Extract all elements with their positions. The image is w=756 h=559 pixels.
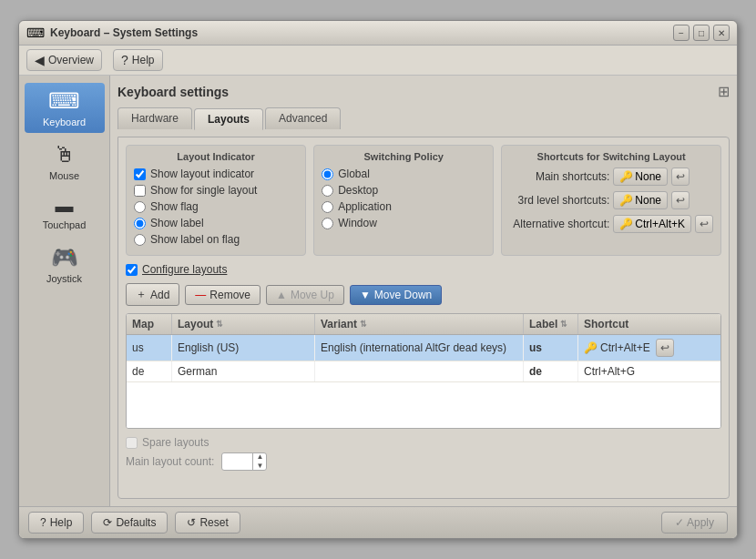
back-icon: ◀ (35, 53, 45, 67)
alt-shortcut-row: Alternative shortcut: 🔑 Ctrl+Alt+K ↩ (509, 215, 713, 233)
remove-button[interactable]: — Remove (185, 285, 261, 305)
row1-shortcut-clear[interactable]: ↩ (656, 339, 674, 357)
policy-desktop-item: Desktop (322, 184, 485, 197)
main-shortcut-btn[interactable]: 🔑 None (613, 168, 668, 186)
move-down-button[interactable]: ▼ Move Down (350, 285, 442, 305)
title-bar: ⌨ Keyboard – System Settings − □ ✕ (19, 21, 737, 46)
overview-button[interactable]: ◀ Overview (26, 49, 102, 71)
sidebar: ⌨ Keyboard 🖱 Mouse ▬ Touchpad 🎮 Joystick (19, 76, 110, 506)
plus-icon: ＋ (136, 287, 147, 302)
policy-global-item: Global (322, 168, 485, 180)
apply-button[interactable]: ✓ Apply (661, 512, 728, 534)
tab-hardware[interactable]: Hardware (117, 107, 192, 129)
table-row[interactable]: de German de Ctrl+Alt+G (127, 361, 720, 382)
shortcuts-box: Shortcuts for Switching Layout Main shor… (501, 145, 721, 256)
reset-icon: ↺ (187, 516, 196, 529)
show-label-on-flag-item: Show label on flag (134, 233, 298, 246)
help-toolbar-button[interactable]: ? Help (113, 49, 162, 71)
row2-shortcut: Ctrl+Alt+G (578, 361, 720, 381)
row2-map: de (127, 361, 172, 381)
layout-indicator-title: Layout Indicator (134, 151, 298, 162)
main-shortcut-clear[interactable]: ↩ (671, 168, 690, 186)
layout-toolbar: ＋ Add — Remove ▲ Move Up ▼ Move Down (126, 283, 721, 306)
header-shortcut: Shortcut (578, 314, 720, 334)
sidebar-item-joystick[interactable]: 🎮 Joystick (25, 239, 105, 290)
policy-window-radio[interactable] (322, 218, 333, 229)
table-row[interactable]: us English (US) English (international A… (127, 335, 720, 361)
header-label[interactable]: Label ⇅ (524, 314, 578, 334)
window-title: Keyboard – System Settings (50, 26, 198, 39)
close-button[interactable]: ✕ (713, 25, 730, 41)
policy-application-item: Application (322, 200, 485, 213)
add-button[interactable]: ＋ Add (126, 283, 179, 306)
alt-shortcut-clear[interactable]: ↩ (695, 215, 713, 233)
row1-variant: English (international AltGr dead keys) (315, 335, 524, 361)
move-up-button[interactable]: ▲ Move Up (266, 285, 344, 305)
main-layout-count-row: Main layout count: ▲ ▼ (126, 452, 721, 471)
up-icon: ▲ (276, 289, 287, 301)
toolbar: ◀ Overview ? Help (19, 46, 737, 76)
tab-layouts[interactable]: Layouts (194, 108, 263, 130)
settings-panel: Keyboard settings ⊞ Hardware Layouts Adv… (110, 76, 737, 506)
tab-advanced[interactable]: Advanced (265, 107, 341, 129)
mouse-icon: 🖱 (54, 142, 76, 168)
spare-layouts-check[interactable] (126, 437, 138, 449)
sidebar-item-touchpad[interactable]: ▬ Touchpad (25, 190, 105, 236)
panel-title: Keyboard settings (117, 85, 229, 99)
minus-icon: — (195, 289, 206, 301)
switching-policy-title: Switching Policy (322, 151, 485, 162)
header-map: Map (127, 314, 172, 334)
layout-count-spinner: ▲ ▼ (221, 452, 267, 471)
show-layout-indicator-check[interactable] (134, 168, 146, 180)
header-variant[interactable]: Variant ⇅ (315, 314, 524, 334)
third-level-shortcut-btn[interactable]: 🔑 None (613, 191, 668, 209)
row2-variant (315, 361, 524, 381)
minimize-button[interactable]: − (673, 25, 690, 41)
help-bottom-icon: ? (40, 516, 46, 529)
alt-shortcut-btn[interactable]: 🔑 Ctrl+Alt+K (613, 215, 691, 233)
show-label-item: Show label (134, 217, 298, 229)
keyboard-sidebar-icon: ⌨ (48, 88, 80, 114)
key-icon2: 🔑 (619, 194, 633, 207)
policy-desktop-radio[interactable] (322, 185, 333, 197)
reset-button[interactable]: ↺ Reset (175, 512, 240, 534)
tab-content: Layout Indicator Show layout indicator S… (117, 137, 730, 499)
sidebar-item-keyboard[interactable]: ⌨ Keyboard (25, 83, 105, 133)
policy-application-radio[interactable] (322, 201, 333, 213)
window-controls: − □ ✕ (673, 25, 730, 41)
show-flag-item: Show flag (134, 200, 298, 213)
key-icon3: 🔑 (619, 218, 633, 230)
grid-icon: ⊞ (718, 83, 730, 100)
table-empty-space (127, 382, 720, 428)
header-layout[interactable]: Layout ⇅ (172, 314, 315, 334)
sort-icon2: ⇅ (360, 320, 367, 329)
joystick-icon: 🎮 (51, 245, 78, 270)
third-level-shortcut-clear[interactable]: ↩ (671, 191, 690, 209)
show-flag-radio[interactable] (134, 201, 146, 213)
row1-label: us (524, 335, 578, 361)
show-layout-indicator-item: Show layout indicator (134, 168, 298, 180)
layout-indicator-box: Layout Indicator Show layout indicator S… (126, 145, 306, 256)
help-button[interactable]: ? Help (28, 512, 84, 534)
tab-bar: Hardware Layouts Advanced (117, 107, 730, 129)
show-label-on-flag-radio[interactable] (134, 234, 146, 246)
main-shortcut-row: Main shortcuts: 🔑 None ↩ (509, 168, 713, 186)
bottom-section: Spare layouts Main layout count: ▲ ▼ (126, 436, 721, 471)
keyboard-icon: ⌨ (26, 25, 45, 40)
panel-header: Keyboard settings ⊞ (117, 83, 730, 100)
row2-layout: German (172, 361, 315, 381)
policy-window-item: Window (322, 217, 485, 229)
main-content: ⌨ Keyboard 🖱 Mouse ▬ Touchpad 🎮 Joystick… (19, 76, 737, 506)
defaults-button[interactable]: ⟳ Defaults (91, 512, 168, 534)
configure-layouts-check[interactable] (126, 264, 138, 276)
policy-global-radio[interactable] (322, 168, 333, 180)
check-icon: ✓ (675, 516, 684, 529)
sidebar-item-mouse[interactable]: 🖱 Mouse (25, 137, 105, 187)
spinner-up-button[interactable]: ▲ (253, 452, 266, 462)
maximize-button[interactable]: □ (693, 25, 710, 41)
row1-map: us (127, 335, 172, 361)
show-label-radio[interactable] (134, 218, 146, 229)
defaults-icon: ⟳ (103, 516, 112, 529)
spinner-down-button[interactable]: ▼ (253, 462, 266, 471)
show-single-layout-check[interactable] (134, 185, 146, 197)
